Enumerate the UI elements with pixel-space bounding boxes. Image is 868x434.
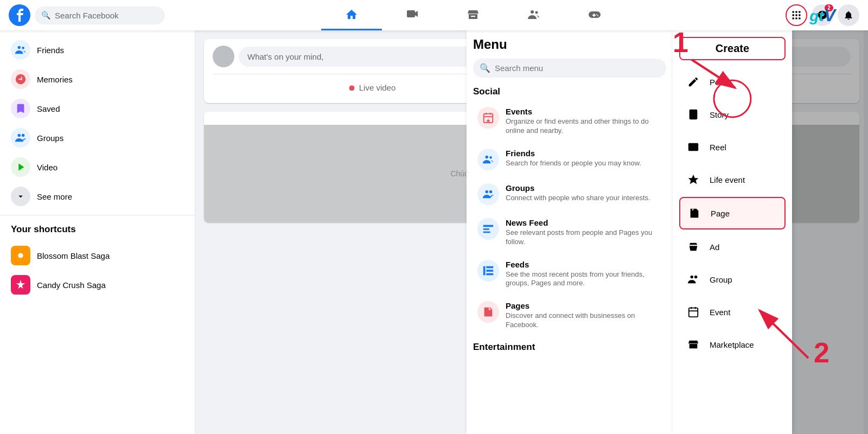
svg-point-46 <box>694 276 698 279</box>
reel-icon <box>684 137 703 157</box>
svg-point-16 <box>22 134 25 137</box>
header: 🔍 Search Facebook <box>0 0 868 30</box>
marketplace-label: Marketplace <box>710 340 754 349</box>
nav-video[interactable] <box>382 0 443 30</box>
svg-rect-4 <box>793 11 794 13</box>
notifications-button[interactable] <box>838 4 859 26</box>
groups-info: Groups Connect with people who share you… <box>506 183 662 203</box>
page-icon <box>685 203 704 223</box>
create-reel-button[interactable]: Reel <box>679 132 786 162</box>
event-label: Event <box>710 308 730 317</box>
nav-gaming[interactable] <box>564 0 625 30</box>
menu-search-bar[interactable]: 🔍 <box>473 59 666 78</box>
menu-item-feeds[interactable]: Feeds See the most recent posts from you… <box>473 254 666 294</box>
create-ad-button[interactable]: Ad <box>679 232 786 262</box>
menu-item-events[interactable]: Events Organize or find events and other… <box>473 101 666 141</box>
sidebar-item-saved[interactable]: Saved <box>4 94 190 123</box>
entertainment-section-title: Entertainment <box>473 342 666 353</box>
menu-item-newsfeed[interactable]: News Feed See relevant posts from people… <box>473 213 666 252</box>
messenger-badge: 2 <box>825 4 833 11</box>
life-event-icon <box>684 170 703 189</box>
svg-rect-29 <box>483 228 489 230</box>
social-section-title: Social <box>473 86 666 97</box>
groups-label: Groups <box>37 133 63 143</box>
menu-item-pages[interactable]: Pages Discover and connect with business… <box>473 296 666 335</box>
candy-icon <box>11 275 30 295</box>
events-icon <box>477 107 499 129</box>
group-icon <box>684 270 703 289</box>
pages-icon <box>477 301 499 323</box>
search-bar[interactable]: 🔍 Search Facebook <box>35 7 165 24</box>
create-marketplace-button[interactable]: Marketplace <box>679 329 786 360</box>
messenger-button[interactable]: 2 <box>812 4 833 26</box>
svg-point-24 <box>486 155 489 158</box>
svg-point-40 <box>692 145 695 149</box>
create-life-event-button[interactable]: Life event <box>679 164 786 195</box>
menu-button[interactable] <box>786 4 807 26</box>
video-label: Video <box>37 163 58 172</box>
svg-rect-30 <box>483 231 490 233</box>
svg-rect-0 <box>407 10 415 17</box>
svg-marker-23 <box>486 119 490 123</box>
svg-point-15 <box>18 134 21 137</box>
see-more-icon <box>11 187 30 206</box>
create-group-button[interactable]: Group <box>679 264 786 295</box>
search-placeholder: Search Facebook <box>55 11 119 20</box>
svg-rect-33 <box>486 270 493 272</box>
svg-rect-9 <box>799 14 800 16</box>
shortcuts-header: Your shortcuts <box>4 220 190 239</box>
sidebar-item-video[interactable]: Video <box>4 153 190 181</box>
menu-item-groups[interactable]: Groups Connect with people who share you… <box>473 178 666 210</box>
svg-point-27 <box>489 190 493 193</box>
marketplace-create-icon <box>684 335 703 354</box>
nav-home[interactable] <box>321 0 382 30</box>
sidebar-item-memories[interactable]: Memories <box>4 65 190 93</box>
menu-item-friends[interactable]: Friends Search for friends or people you… <box>473 143 666 176</box>
post-placeholder: What's on your mind, <box>247 52 323 61</box>
nav-marketplace[interactable] <box>443 0 503 30</box>
svg-rect-6 <box>799 11 800 13</box>
svg-point-3 <box>535 11 538 14</box>
svg-rect-31 <box>483 266 486 275</box>
sidebar-item-blossom[interactable]: Blossom Blast Saga <box>4 241 190 270</box>
menu-search-input[interactable] <box>495 63 660 73</box>
see-more-label: See more <box>37 192 72 201</box>
sidebar-item-candy[interactable]: Candy Crush Saga <box>4 271 190 299</box>
svg-rect-7 <box>793 14 794 16</box>
reel-label: Reel <box>710 143 726 152</box>
events-info: Events Organize or find events and other… <box>506 107 662 136</box>
svg-marker-1 <box>415 11 418 17</box>
sidebar-item-friends[interactable]: Friends <box>4 36 190 64</box>
create-story-button[interactable]: Story <box>679 99 786 130</box>
svg-rect-28 <box>483 225 493 227</box>
facebook-logo[interactable] <box>9 4 30 26</box>
create-page-button[interactable]: Page <box>679 197 786 229</box>
groups-icon <box>11 128 30 148</box>
svg-rect-5 <box>795 11 797 13</box>
svg-rect-34 <box>486 273 493 275</box>
blossom-icon <box>11 246 30 265</box>
nav-center <box>165 0 781 30</box>
nav-friends[interactable] <box>503 0 564 30</box>
create-post-button[interactable]: Post <box>679 67 786 97</box>
svg-rect-12 <box>799 17 800 19</box>
memories-icon <box>11 69 30 89</box>
life-event-label: Life event <box>710 175 745 184</box>
saved-icon <box>11 99 30 118</box>
svg-point-13 <box>18 46 21 49</box>
menu-overlay: Menu 🔍 Social Events Organize or find ev… <box>467 30 868 434</box>
create-title: Create <box>679 37 786 60</box>
svg-point-25 <box>489 156 492 159</box>
svg-rect-10 <box>793 17 794 19</box>
sidebar-item-groups[interactable]: Groups <box>4 124 190 152</box>
page-label: Page <box>711 209 730 218</box>
menu-groups-icon <box>477 183 499 205</box>
menu-panel: Menu 🔍 Social Events Organize or find ev… <box>467 30 673 434</box>
see-more-button[interactable]: See more <box>4 182 190 210</box>
sidebar-divider <box>0 215 195 215</box>
post-icon <box>684 72 703 92</box>
nav-right: 2 <box>786 4 859 26</box>
saved-label: Saved <box>37 104 60 113</box>
create-event-button[interactable]: Event <box>679 297 786 327</box>
feeds-icon <box>477 260 499 282</box>
